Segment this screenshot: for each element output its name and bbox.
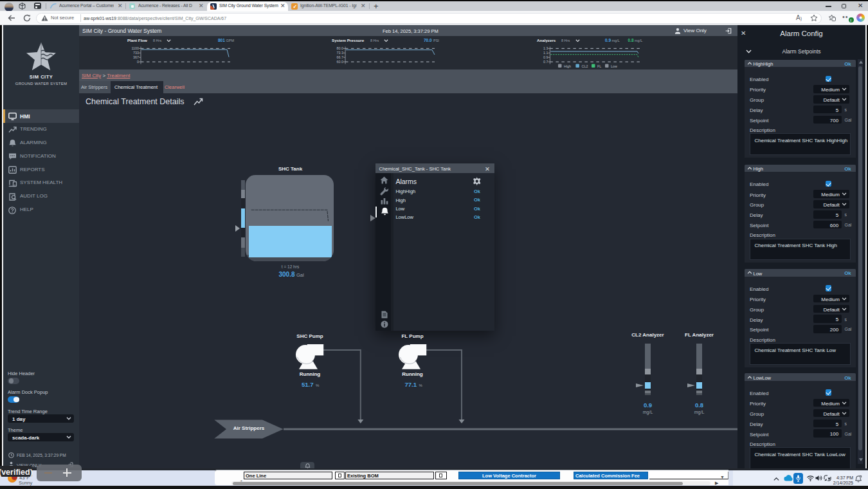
svg-text:73.3: 73.3 xyxy=(337,51,344,55)
svg-text:0.9: 0.9 xyxy=(543,55,548,59)
svg-text:80.0: 80.0 xyxy=(337,46,344,50)
svg-text:Low: Low xyxy=(611,64,617,68)
svg-text:60.0: 60.0 xyxy=(337,60,344,64)
svg-text:66.7: 66.7 xyxy=(337,55,344,59)
svg-text:0.7: 0.7 xyxy=(543,60,548,64)
svg-text:High: High xyxy=(564,64,571,68)
svg-text:1100: 1100 xyxy=(131,46,139,50)
svg-text:0: 0 xyxy=(137,60,139,64)
svg-text:CL2: CL2 xyxy=(582,64,588,68)
svg-text:733: 733 xyxy=(133,51,139,55)
svg-text:1.1: 1.1 xyxy=(543,51,548,55)
svg-text:FL: FL xyxy=(597,64,601,68)
svg-text:367: 367 xyxy=(133,55,139,59)
svg-text:1.3: 1.3 xyxy=(543,46,548,50)
